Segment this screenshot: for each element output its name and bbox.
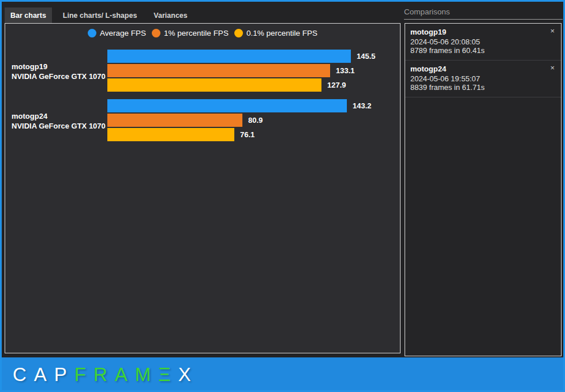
logo-letter-e-stylized-icon: Ξ <box>158 364 178 385</box>
group-title: motogp19 <box>12 62 107 71</box>
footer-bar: CAPFRAMΞX <box>0 357 565 392</box>
capframex-logo: CAPFRAMΞX <box>13 364 199 386</box>
bar-groups: motogp19 NVIDIA GeForce GTX 1070 145.5 1… <box>5 50 400 149</box>
comparison-frames: 8789 frames in 60.41s <box>410 47 555 55</box>
bar-group-motogp19: motogp19 NVIDIA GeForce GTX 1070 145.5 1… <box>5 50 400 93</box>
bar-average-fps <box>107 50 351 63</box>
legend-item-average-fps: Average FPS <box>88 29 146 37</box>
group-subtitle: NVIDIA GeForce GTX 1070 <box>12 121 107 131</box>
group-label: motogp19 NVIDIA GeForce GTX 1070 <box>5 62 107 81</box>
logo-part-cap: CAP <box>13 364 74 385</box>
bar-average-fps <box>107 99 347 112</box>
bar-value: 145.5 <box>357 52 376 61</box>
bar-1-percentile-fps <box>107 114 242 127</box>
comparisons-list: motogp19 2024-05-06 20:08:05 8789 frames… <box>405 23 562 356</box>
bar-row: 133.1 <box>107 64 400 77</box>
legend-item-1-percentile-fps: 1% percentile FPS <box>152 29 229 37</box>
bar-1-percentile-fps <box>107 64 330 77</box>
bar-chart-panel: Average FPS 1% percentile FPS 0.1% perce… <box>5 23 401 353</box>
group-bars: 143.2 80.9 76.1 <box>107 99 400 142</box>
bar-row: 80.9 <box>107 114 400 127</box>
comparison-item-motogp24[interactable]: motogp24 2024-05-06 19:55:07 8839 frames… <box>405 61 561 97</box>
tab-bar-charts[interactable]: Bar charts <box>5 7 52 23</box>
comparison-datetime: 2024-05-06 20:08:05 <box>410 38 555 47</box>
comparisons-title: Comparisons <box>404 7 563 20</box>
group-label: motogp24 NVIDIA GeForce GTX 1070 <box>5 111 107 131</box>
bar-group-motogp24: motogp24 NVIDIA GeForce GTX 1070 143.2 8… <box>5 99 400 142</box>
comparison-item-motogp19[interactable]: motogp19 2024-05-06 20:08:05 8789 frames… <box>405 24 561 61</box>
bar-row: 127.9 <box>107 78 400 92</box>
group-bars: 145.5 133.1 127.9 <box>107 50 400 93</box>
bar-01-percentile-fps <box>107 78 321 92</box>
legend-item-01-percentile-fps: 0.1% percentile FPS <box>234 29 317 37</box>
bar-value: 80.9 <box>248 116 263 125</box>
legend-label: 1% percentile FPS <box>164 29 229 37</box>
close-icon[interactable]: × <box>550 64 555 71</box>
chart-legend: Average FPS 1% percentile FPS 0.1% perce… <box>5 29 400 37</box>
comparison-name: motogp19 <box>410 28 555 36</box>
bar-row: 76.1 <box>107 128 400 141</box>
tab-bar: Bar charts Line charts/ L-shapes Varianc… <box>5 2 199 23</box>
comparison-datetime: 2024-05-06 19:55:07 <box>410 75 555 84</box>
comparison-name: motogp24 <box>410 65 555 73</box>
logo-part-fram: FRAM <box>74 364 159 385</box>
logo-part-x: X <box>178 364 199 385</box>
legend-dot-01-percentile-icon <box>234 29 243 37</box>
legend-label: 0.1% percentile FPS <box>246 29 317 37</box>
legend-dot-average-fps-icon <box>88 29 96 37</box>
group-subtitle: NVIDIA GeForce GTX 1070 <box>12 71 107 81</box>
bar-row: 145.5 <box>107 50 400 63</box>
legend-dot-1-percentile-icon <box>152 29 160 37</box>
bar-value: 127.9 <box>327 81 346 89</box>
bar-value: 76.1 <box>240 130 255 139</box>
bar-01-percentile-fps <box>107 128 234 141</box>
tab-line-charts-l-shapes[interactable]: Line charts/ L-shapes <box>57 7 143 23</box>
tab-variances[interactable]: Variances <box>148 7 193 23</box>
group-title: motogp24 <box>12 111 107 121</box>
bar-row: 143.2 <box>107 99 400 112</box>
legend-label: Average FPS <box>100 29 146 37</box>
bar-value: 133.1 <box>336 66 355 75</box>
comparison-frames: 8839 frames in 61.71s <box>410 84 555 92</box>
bar-value: 143.2 <box>353 101 372 110</box>
close-icon[interactable]: × <box>550 27 555 35</box>
